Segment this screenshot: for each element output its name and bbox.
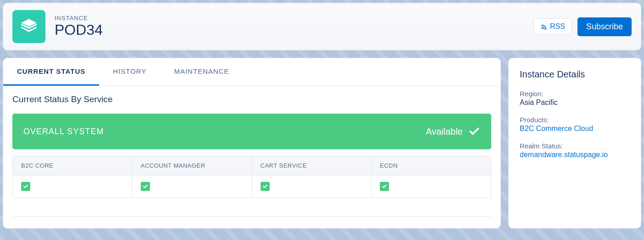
rss-icon xyxy=(540,23,547,30)
detail-label: Products: xyxy=(520,116,630,124)
rss-button[interactable]: RSS xyxy=(533,18,572,35)
tabs: CURRENT STATUS HISTORY MAINTENANCE xyxy=(3,58,500,86)
detail-label: Region: xyxy=(520,90,630,98)
instance-logo xyxy=(12,10,45,43)
service-cell xyxy=(252,175,372,197)
page-container: INSTANCE POD34 RSS Subscribe CURRENT STA… xyxy=(3,3,641,237)
service-header: B2C CORE xyxy=(13,156,132,175)
tab-current-status[interactable]: CURRENT STATUS xyxy=(3,58,99,86)
sidebar-title: Instance Details xyxy=(520,69,630,80)
checkmark-icon xyxy=(468,125,480,137)
checkmark-icon xyxy=(143,184,148,189)
detail-label: Realm Status: xyxy=(520,142,630,150)
detail-products: Products: B2C Commerce Cloud xyxy=(520,116,630,133)
instance-header: INSTANCE POD34 RSS Subscribe xyxy=(3,3,641,50)
header-actions: RSS Subscribe xyxy=(533,17,632,36)
status-badge xyxy=(380,182,389,191)
overall-label: OVERALL SYSTEM xyxy=(23,127,104,136)
service-header: ACCOUNT MANAGER xyxy=(133,156,252,175)
service-col: B2C CORE xyxy=(13,156,133,197)
service-col: ACCOUNT MANAGER xyxy=(133,156,252,197)
detail-region: Region: Asia Pacific xyxy=(520,90,630,107)
main-card: CURRENT STATUS HISTORY MAINTENANCE Curre… xyxy=(3,58,501,229)
instance-name: POD34 xyxy=(55,22,103,38)
service-table: B2C CORE ACCOUNT MANAGER xyxy=(12,156,491,198)
service-header: CART SERVICE xyxy=(252,156,372,175)
detail-realm: Realm Status: demandware.statuspage.io xyxy=(520,142,630,159)
subscribe-button[interactable]: Subscribe xyxy=(577,17,632,36)
overall-status: Available xyxy=(426,125,480,137)
instance-label-group: INSTANCE POD34 xyxy=(55,15,103,38)
service-cell xyxy=(372,175,491,197)
layers-icon xyxy=(20,17,38,36)
status-badge xyxy=(141,182,150,191)
checkmark-icon xyxy=(382,184,387,189)
main-body: Current Status By Service OVERALL SYSTEM… xyxy=(3,86,500,207)
body-row: CURRENT STATUS HISTORY MAINTENANCE Curre… xyxy=(3,58,641,229)
tab-history[interactable]: HISTORY xyxy=(99,58,160,86)
section-title: Current Status By Service xyxy=(12,94,491,104)
rss-label: RSS xyxy=(550,22,565,31)
status-badge xyxy=(21,182,30,191)
instance-details-card: Instance Details Region: Asia Pacific Pr… xyxy=(508,58,641,229)
service-cell xyxy=(13,175,132,197)
instance-eyebrow: INSTANCE xyxy=(55,15,103,22)
overall-system-banner: OVERALL SYSTEM Available xyxy=(12,114,491,149)
separator xyxy=(12,216,491,217)
status-badge xyxy=(261,182,270,191)
service-col: CART SERVICE xyxy=(252,156,372,197)
detail-value: Asia Pacific xyxy=(520,98,630,107)
service-header: ECDN xyxy=(372,156,491,175)
service-cell xyxy=(133,175,252,197)
products-link[interactable]: B2C Commerce Cloud xyxy=(520,125,630,133)
tab-maintenance[interactable]: MAINTENANCE xyxy=(160,58,243,86)
checkmark-icon xyxy=(262,184,268,189)
overall-status-text: Available xyxy=(426,126,463,137)
checkmark-icon xyxy=(23,184,28,189)
realm-status-link[interactable]: demandware.statuspage.io xyxy=(520,151,630,159)
header-left: INSTANCE POD34 xyxy=(12,10,103,43)
service-col: ECDN xyxy=(372,156,491,197)
